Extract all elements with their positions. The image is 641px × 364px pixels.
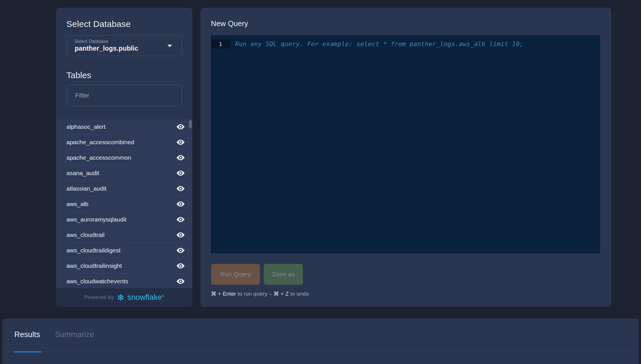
eye-icon[interactable] bbox=[176, 278, 185, 284]
database-sidebar-panel: Select Database Select Database panther_… bbox=[56, 8, 192, 307]
new-query-panel: New Query 1 Run any SQL query. For examp… bbox=[200, 8, 611, 307]
chevron-down-icon bbox=[167, 45, 172, 47]
trademark-symbol: ® bbox=[162, 294, 164, 298]
table-row[interactable]: aws_alb bbox=[66, 196, 185, 212]
table-name: aws_alb bbox=[66, 201, 88, 207]
eye-icon[interactable] bbox=[176, 155, 185, 161]
filter-input[interactable] bbox=[75, 92, 174, 100]
table-row[interactable]: aws_cloudtrailinsight bbox=[66, 258, 185, 274]
hint-segment: ⌘ + Z bbox=[274, 291, 289, 297]
eye-icon[interactable] bbox=[176, 248, 185, 253]
table-name: aws_cloudwatchevents bbox=[66, 278, 128, 285]
query-actions: Run Query Save as bbox=[211, 264, 303, 285]
table-name: aws_cloudtrail bbox=[66, 232, 104, 238]
run-query-button[interactable]: Run Query bbox=[211, 264, 260, 285]
eye-icon[interactable] bbox=[176, 217, 185, 222]
table-row[interactable]: aws_auroramysqlaudit bbox=[66, 212, 185, 227]
snowflake-wordmark: snowflake® bbox=[127, 293, 164, 302]
table-name: aws_auroramysqlaudit bbox=[66, 216, 126, 223]
table-row[interactable]: apache_accesscommon bbox=[66, 150, 185, 165]
table-row[interactable]: aws_cloudtraildigest bbox=[66, 243, 185, 258]
hint-segment: – bbox=[269, 291, 274, 297]
table-name: atlassian_audit bbox=[66, 185, 106, 192]
filter-box bbox=[66, 85, 182, 106]
results-divider bbox=[2, 352, 639, 352]
eye-icon[interactable] bbox=[176, 170, 185, 176]
eye-icon[interactable] bbox=[176, 232, 185, 238]
select-database-title: Select Database bbox=[66, 19, 182, 29]
tables-title: Tables bbox=[66, 70, 182, 80]
snowflake-icon: ❄ bbox=[117, 293, 125, 302]
hint-segment: to run query bbox=[236, 291, 269, 297]
table-name: asana_audit bbox=[66, 170, 99, 177]
table-name: apache_accesscommon bbox=[66, 154, 131, 161]
results-panel: Results Summarize bbox=[2, 318, 639, 364]
eye-icon[interactable] bbox=[176, 263, 185, 269]
table-name: alphasoc_alert bbox=[66, 123, 106, 130]
database-dropdown[interactable]: Select Database panther_logs.public bbox=[66, 35, 182, 56]
table-row[interactable]: aws_cloudwatchevents bbox=[66, 274, 185, 288]
eye-icon[interactable] bbox=[176, 124, 185, 130]
eye-icon[interactable] bbox=[176, 201, 185, 207]
table-row[interactable]: aws_cloudtrail bbox=[66, 227, 185, 243]
table-row[interactable]: apache_accesscombined bbox=[66, 134, 185, 150]
eye-icon[interactable] bbox=[176, 186, 185, 191]
hint-segment: ⌘ + Enter bbox=[211, 291, 236, 297]
new-query-title: New Query bbox=[211, 19, 248, 28]
results-tabs: Results Summarize bbox=[14, 330, 94, 339]
table-list: alphasoc_alert apache_accesscombined apa… bbox=[56, 119, 192, 288]
database-dropdown-value: panther_logs.public bbox=[75, 45, 182, 52]
powered-by-label: Powered by bbox=[84, 294, 114, 300]
editor-placeholder: Run any SQL query. For example: select *… bbox=[235, 39, 523, 49]
table-name: aws_cloudtraildigest bbox=[66, 247, 120, 254]
table-row[interactable]: atlassian_audit bbox=[66, 181, 185, 196]
sidebar-footer: Powered by ❄ snowflake® bbox=[56, 288, 192, 307]
database-dropdown-label: Select Database bbox=[75, 39, 182, 44]
sql-editor[interactable]: 1 Run any SQL query. For example: select… bbox=[211, 35, 600, 254]
save-as-button[interactable]: Save as bbox=[264, 264, 303, 285]
tab-summarize[interactable]: Summarize bbox=[55, 330, 94, 339]
table-name: aws_cloudtrailinsight bbox=[66, 262, 122, 269]
table-name: apache_accesscombined bbox=[66, 139, 134, 146]
editor-line-number: 1 bbox=[211, 39, 230, 49]
table-row[interactable]: asana_audit bbox=[66, 165, 185, 181]
table-row[interactable]: alphasoc_alert bbox=[66, 119, 185, 134]
tab-results[interactable]: Results bbox=[14, 330, 40, 339]
hint-segment: to undo bbox=[289, 291, 309, 297]
sidebar-header: Select Database Select Database panther_… bbox=[56, 8, 192, 106]
scrollbar-thumb[interactable] bbox=[189, 120, 192, 128]
eye-icon[interactable] bbox=[176, 139, 185, 145]
query-hint: ⌘ + Enter to run query – ⌘ + Z to undo bbox=[211, 290, 309, 297]
